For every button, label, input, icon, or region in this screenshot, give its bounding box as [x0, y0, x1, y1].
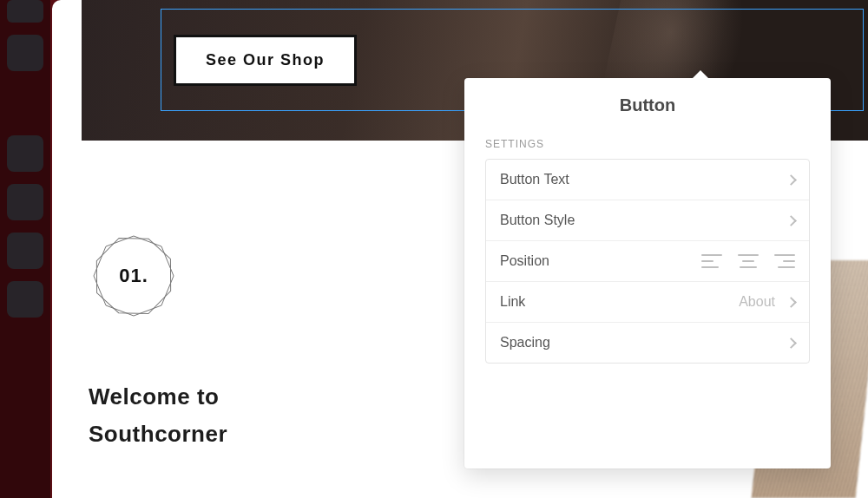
align-left-icon[interactable]: [701, 253, 722, 269]
row-label: Button Text: [500, 172, 569, 187]
settings-row-position: Position: [486, 240, 809, 281]
tool-icon[interactable]: [7, 135, 43, 172]
popover-title: Button: [464, 78, 831, 138]
row-label: Spacing: [500, 335, 550, 351]
cta-button[interactable]: See Our Shop: [174, 35, 357, 86]
welcome-heading: Welcome to Southcorner: [89, 378, 314, 453]
settings-row-button-style[interactable]: Button Style: [486, 200, 809, 240]
tool-icon[interactable]: [7, 0, 43, 23]
welcome-line: Southcorner: [89, 416, 314, 453]
section-badge: 01.: [89, 231, 179, 321]
chevron-right-icon: [786, 215, 797, 226]
row-label: Button Style: [500, 213, 575, 228]
page-canvas: See Our Shop 01. Welcome to Southcorner …: [52, 0, 868, 498]
chevron-right-icon: [786, 337, 797, 349]
chevron-right-icon: [786, 297, 797, 308]
cta-button-label: See Our Shop: [206, 51, 325, 69]
settings-row-link[interactable]: Link About: [486, 281, 809, 322]
align-center-icon[interactable]: [738, 253, 759, 269]
editor-tool-strip: [0, 0, 50, 498]
section-number: 01.: [89, 231, 179, 321]
row-label: Link: [500, 294, 525, 310]
tool-icon[interactable]: [7, 35, 43, 71]
settings-row-button-text[interactable]: Button Text: [486, 160, 809, 200]
chevron-right-icon: [786, 174, 797, 186]
align-right-icon[interactable]: [774, 253, 795, 269]
settings-list: Button Text Button Style Position: [485, 159, 810, 364]
settings-section-label: SETTINGS: [464, 138, 831, 159]
button-settings-popover: Button SETTINGS Button Text Button Style…: [464, 78, 831, 469]
link-value: About: [739, 294, 775, 310]
tool-icon[interactable]: [7, 233, 43, 269]
welcome-line: Welcome to: [89, 378, 314, 416]
tool-icon[interactable]: [7, 281, 43, 318]
alignment-options: [701, 253, 795, 269]
settings-row-spacing[interactable]: Spacing: [486, 322, 809, 363]
row-label: Position: [500, 253, 549, 269]
tool-icon[interactable]: [7, 184, 43, 220]
